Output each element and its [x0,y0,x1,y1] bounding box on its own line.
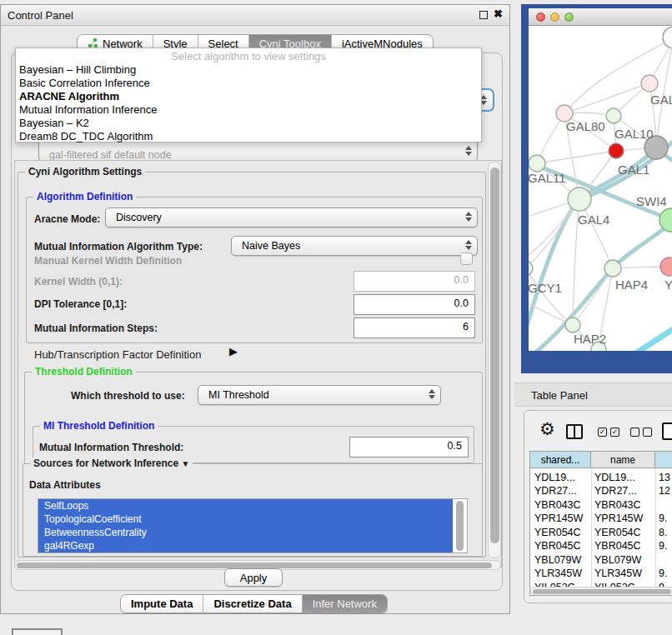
columns-icon[interactable] [566,424,583,439]
combo-stepper-icon [429,389,435,399]
node-label: GAL1 [618,162,649,177]
control-panel-titlebar: Control Panel ✖ [1,5,509,26]
table-panel-title: Table Panel [531,389,588,402]
cyan-edge [637,327,672,351]
node-label: GAL4 [578,212,609,227]
screen: Control Panel ✖ Network Style Select Cyn… [0,0,672,635]
network-node-gcy1[interactable] [529,261,533,276]
network-node[interactable] [641,75,658,92]
mi-threshold-field[interactable]: 0.5 [349,437,469,458]
hub-section-label[interactable]: Hub/Transcription Factor Definition [34,348,201,361]
network-node-gal10[interactable] [606,108,621,123]
minimized-panel-box[interactable] [12,628,63,635]
list-vertical-scrollbar[interactable] [456,501,464,551]
settings-vertical-scrollbar[interactable] [488,162,501,558]
node-label: GCY1 [529,281,562,295]
cyni-algorithm-settings-title: Cyni Algorithm Settings [25,166,145,178]
mi-steps-label: Mutual Information Steps: [34,322,158,334]
which-threshold-label: Which threshold to use: [71,390,185,402]
kernel-width-field[interactable]: 0.0 [354,271,475,292]
grid-line [591,468,592,587]
mi-type-label: Mutual Information Algorithm Type: [34,241,203,252]
node-label: Y [664,278,672,292]
data-attributes-label: Data Attributes [29,479,101,491]
close-icon[interactable]: ✖ [494,8,503,20]
float-window-icon[interactable] [479,11,488,19]
aracne-mode-value: Discovery [116,212,162,223]
mi-type-value: Naive Bayes [242,240,300,252]
column-header-partial[interactable] [655,452,672,468]
algorithm-dropdown-popup: Select algorithm to view settings Bayesi… [15,48,482,142]
kernel-width-label: Kernel Width (0,1): [34,276,123,288]
dropdown-item[interactable]: Bayesian – Hill Climbing [19,63,136,76]
node-label: GAL11 [529,171,566,185]
dropdown-item[interactable]: Mutual Information Inference [19,103,157,116]
data-attributes-list[interactable]: SelfLoops TopologicalCoefficient Between… [38,498,468,553]
network-node-hap4[interactable] [604,260,621,277]
combo-stepper-icon [465,240,472,250]
node-label: HAP2 [574,332,606,346]
combo-stepper-icon [465,212,472,222]
column-header-shared-name[interactable]: shared... [530,452,591,468]
select-all-checkbox-icon[interactable]: ✓ [598,428,607,437]
dropdown-item-highlighted[interactable]: ARACNE Algorithm [19,90,119,102]
dropdown-item[interactable]: Bayesian – K2 [19,117,89,129]
dropdown-prompt: Select algorithm to view settings [16,50,481,62]
select-all-checkbox-icon[interactable]: ✓ [610,428,619,437]
column-header-name[interactable]: name [591,452,655,468]
grid-line [655,468,656,587]
network-node-gal11[interactable] [529,155,545,172]
network-view-window: GAL GAL80 GAL10 GAL1 GAL11 SWI4 GAL4 GCY… [521,4,672,373]
manual-kernel-label: Manual Kernel Width Definition [34,255,182,267]
node-label: GAL80 [566,119,605,133]
document-icon[interactable] [662,422,672,440]
aracne-mode-label: Aracne Mode: [34,213,100,225]
apply-button[interactable]: Apply [224,568,283,587]
list-item[interactable]: TopologicalCoefficient [38,512,453,526]
dropdown-item[interactable]: Dream8 DC_TDC Algorithm [19,130,153,142]
network-node[interactable] [663,27,672,48]
network-canvas[interactable]: GAL GAL80 GAL10 GAL1 GAL11 SWI4 GAL4 GCY… [529,26,672,351]
network-node-hap2[interactable] [565,318,580,332]
tab-discretize-data[interactable]: Discretize Data [203,595,302,612]
node-table[interactable]: shared... name YDL19...YDL19...13 YDR27.… [529,451,672,596]
mi-steps-field[interactable]: 6 [354,318,475,338]
bottom-tab-bar: Impute Data Discretize Data Infer Networ… [120,594,388,613]
tab-infer-network[interactable]: Infer Network [303,595,387,612]
dropdown-item[interactable]: Basic Correlation Inference [19,77,150,89]
threshold-definition-title: Threshold Definition [32,366,136,378]
mi-type-combo[interactable]: Naive Bayes [231,236,478,256]
node-label: GAL10 [614,127,654,141]
sources-title[interactable]: Sources for Network Inference ▼ [30,458,193,469]
deselect-all-checkbox-icon[interactable] [630,428,639,437]
list-item[interactable]: SelfLoops [38,499,453,512]
which-threshold-value: MI Threshold [208,389,269,401]
manual-kernel-checkbox[interactable] [460,252,473,265]
aracne-mode-combo[interactable]: Discovery [105,208,478,228]
mi-threshold-label: Mutual Information Threshold: [39,442,183,453]
close-traffic-light[interactable] [536,12,545,22]
network-node-gal4[interactable] [568,188,591,211]
network-node-gal1[interactable] [609,143,624,158]
list-item[interactable]: BetweennessCentrality [38,526,453,539]
network-node[interactable] [660,258,672,276]
dpi-tolerance-field[interactable]: 0.0 [354,294,475,315]
table-horizontal-scrollbar[interactable] [530,587,672,596]
which-threshold-combo[interactable]: MI Threshold [198,385,441,405]
minimize-traffic-light[interactable] [550,12,559,22]
collapse-arrow-icon[interactable]: ▼ [181,459,189,468]
deselect-all-checkbox-icon[interactable] [643,428,652,437]
dpi-tolerance-label: DPI Tolerance [0,1]: [34,298,127,310]
network-window-titlebar [529,8,672,26]
tab-impute-data[interactable]: Impute Data [121,595,203,612]
combo-stepper-icon [465,146,472,156]
zoom-traffic-light[interactable] [564,12,574,22]
default-node-combo-value: gal-filtered sif default node [49,149,172,161]
list-item[interactable]: gal4RGexp [38,539,453,552]
mi-threshold-title: MI Threshold Definition [40,420,158,432]
expand-arrow-icon[interactable]: ▶ [229,345,238,358]
control-panel-title: Control Panel [8,9,73,22]
gear-icon[interactable]: ⚙ [539,419,555,439]
node-label: SWI4 [636,194,667,208]
table-panel-body: ⚙ ✓ ✓ shared... name YDL19...YDL19...13 … [524,410,672,603]
